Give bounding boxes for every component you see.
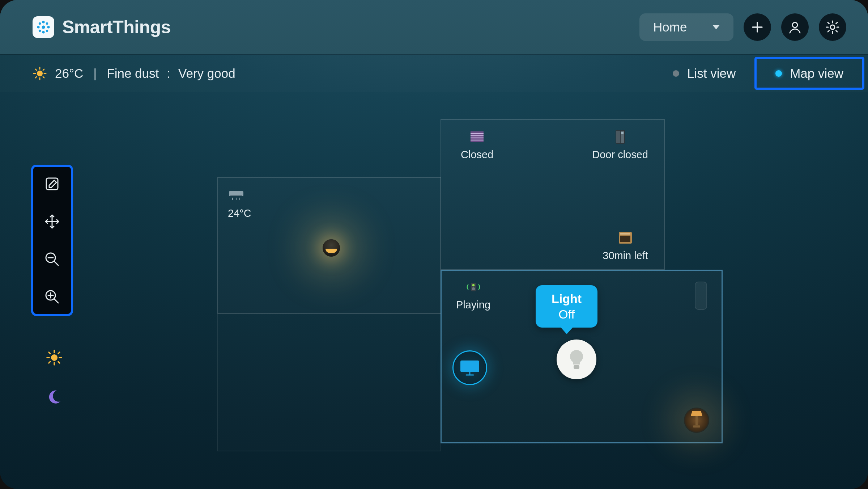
room-bottom-right[interactable]: Playing Light Off (441, 270, 723, 443)
light-tooltip: Light Off (536, 285, 597, 328)
device-ac[interactable]: 24°C (228, 187, 251, 219)
lamp-icon (689, 409, 704, 429)
view-option-label: List view (687, 66, 736, 81)
tv-icon (459, 359, 481, 376)
svg-point-10 (830, 25, 835, 29)
app-logo: SmartThings (33, 16, 171, 38)
device-tv[interactable] (452, 350, 487, 385)
tooltip-line-2: Off (552, 307, 582, 322)
blinds-icon (469, 128, 485, 145)
weather-sun-icon (33, 66, 47, 81)
profile-button[interactable] (781, 13, 809, 41)
gear-icon (825, 20, 840, 35)
svg-point-27 (472, 284, 475, 287)
svg-rect-29 (460, 361, 479, 372)
svg-point-2 (42, 31, 44, 33)
location-select-label: Home (653, 20, 687, 34)
device-label: Closed (461, 149, 493, 161)
svg-rect-25 (620, 233, 630, 235)
device-label: 24°C (228, 207, 251, 219)
ac-icon (228, 187, 244, 204)
device-oven[interactable]: 30min left (603, 229, 648, 262)
device-label: Door closed (592, 149, 648, 161)
svg-point-9 (792, 22, 797, 28)
svg-rect-20 (616, 131, 620, 143)
device-lamp[interactable] (684, 408, 709, 433)
weather-air-value: Very good (178, 66, 235, 81)
room-left-lower[interactable] (217, 314, 441, 451)
svg-point-8 (46, 30, 48, 32)
room-left[interactable]: 24°C (217, 177, 441, 314)
device-blinds[interactable]: Closed (461, 128, 493, 161)
subheader: 26°C | Fine dust : Very good List view M… (0, 54, 868, 92)
weather-temperature: 26°C (55, 66, 83, 81)
add-button[interactable] (744, 13, 771, 41)
app-window: SmartThings Home (0, 0, 868, 489)
location-select[interactable]: Home (639, 13, 733, 41)
svg-rect-18 (471, 131, 484, 142)
view-option-map[interactable]: Map view (754, 57, 864, 90)
svg-point-6 (46, 22, 48, 25)
weather-status[interactable]: 26°C | Fine dust : Very good (33, 66, 235, 81)
person-icon (788, 20, 802, 34)
device-fridge[interactable]: Door closed (592, 128, 648, 161)
bulb-icon (567, 349, 586, 370)
room-top-right[interactable]: Closed Door closed (441, 119, 665, 270)
svg-rect-24 (620, 236, 630, 242)
weather-air-colon: : (167, 66, 170, 81)
device-speaker[interactable]: Playing (456, 279, 490, 311)
speaker-icon (465, 279, 482, 295)
radio-dot-active-icon (775, 70, 782, 77)
view-option-list[interactable]: List view (654, 55, 754, 92)
plus-icon (750, 20, 764, 34)
app-header: SmartThings Home (0, 0, 868, 54)
svg-point-7 (39, 30, 41, 32)
svg-rect-31 (695, 416, 698, 425)
chevron-down-icon (712, 25, 720, 29)
svg-rect-22 (621, 132, 624, 134)
app-title: SmartThings (62, 17, 171, 38)
svg-rect-17 (230, 195, 242, 196)
svg-rect-30 (574, 365, 579, 369)
svg-point-28 (472, 287, 475, 290)
radio-dot-icon (673, 70, 679, 77)
device-battery[interactable] (695, 282, 707, 310)
svg-point-3 (37, 26, 39, 28)
svg-point-0 (42, 26, 45, 29)
header-actions: Home (639, 13, 846, 41)
view-toggle: List view Map view (654, 55, 868, 92)
view-option-label: Map view (790, 66, 843, 81)
device-light[interactable] (557, 340, 596, 379)
weather-air-label: Fine dust (107, 66, 159, 81)
svg-point-11 (37, 71, 43, 76)
svg-point-4 (47, 26, 50, 28)
ceiling-light-icon[interactable] (323, 239, 340, 257)
fridge-icon (612, 128, 629, 145)
map-canvas[interactable]: 24°C Closed (14, 92, 854, 475)
svg-point-5 (39, 22, 41, 25)
svg-rect-32 (693, 425, 700, 427)
settings-button[interactable] (819, 13, 846, 41)
oven-icon (617, 229, 634, 246)
device-label: Playing (456, 299, 490, 311)
logo-mark-icon (33, 16, 54, 38)
weather-divider: | (93, 66, 97, 81)
tooltip-line-1: Light (552, 291, 582, 307)
svg-point-1 (42, 21, 44, 23)
device-label: 30min left (603, 250, 648, 262)
